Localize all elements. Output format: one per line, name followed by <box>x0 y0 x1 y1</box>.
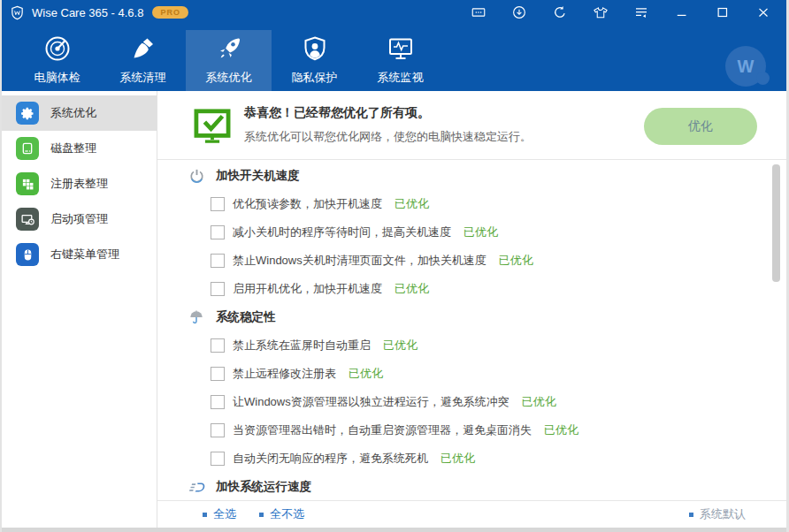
section-header: 加快开关机速度 <box>157 162 786 190</box>
select-all-link[interactable]: 全选 <box>203 506 236 522</box>
nav-tab-4[interactable]: 系统监视 <box>357 30 443 91</box>
menu-icon[interactable] <box>633 4 649 20</box>
nav-tab-3[interactable]: 隐私保护 <box>272 30 357 91</box>
bullet-icon <box>203 513 207 517</box>
sidebar-item-4[interactable]: 右键菜单管理 <box>2 237 157 272</box>
sidebar-item-0[interactable]: 系统优化 <box>2 95 157 131</box>
disk-icon <box>16 137 39 160</box>
window-bottom-edge <box>2 528 786 532</box>
broom-icon <box>129 34 157 64</box>
power-icon <box>187 168 206 185</box>
close-icon[interactable] <box>755 4 771 20</box>
speed-icon <box>187 481 206 494</box>
nav-tab-1[interactable]: 系统清理 <box>100 30 186 91</box>
sidebar: 系统优化 磁盘整理 注册表整理 启动项管理 右键菜单管理 <box>2 91 157 528</box>
item-checkbox[interactable] <box>211 452 225 466</box>
item-checkbox[interactable] <box>211 254 225 268</box>
pro-badge: PRO <box>152 6 188 19</box>
optimized-badge: 已优化 <box>440 451 475 467</box>
nav-tab-2[interactable]: 系统优化 <box>186 30 272 91</box>
top-nav: 电脑体检 系统清理 系统优化 隐私保护 系统监视 W <box>2 25 786 91</box>
list-footer: 全选 全不选 系统默认 <box>157 500 786 528</box>
main-panel: 恭喜您！已经帮您优化了所有项。 系统优化可以帮您优化网络，使您的电脑快速稳定运行… <box>157 91 786 528</box>
result-subtitle: 系统优化可以帮您优化网络，使您的电脑快速稳定运行。 <box>244 129 532 145</box>
item-checkbox[interactable] <box>211 282 225 296</box>
result-title: 恭喜您！已经帮您优化了所有项。 <box>244 105 532 121</box>
registry-grid-icon <box>16 172 39 195</box>
sidebar-item-3[interactable]: 启动项管理 <box>2 201 157 237</box>
nav-tab-0[interactable]: 电脑体检 <box>14 30 100 91</box>
tweak-item: 减小关机时的程序等待时间，提高关机速度 已优化 <box>157 218 786 247</box>
umbrella-icon <box>187 309 206 325</box>
wise-care-window: Wise Care 365 - 4.6.8 PRO 电脑体检 系统清理 系统优化… <box>0 0 789 532</box>
nav-tabs: 电脑体检 系统清理 系统优化 隐私保护 系统监视 <box>14 25 443 91</box>
optimized-badge: 已优化 <box>463 224 498 240</box>
maximize-icon[interactable] <box>715 4 731 20</box>
item-checkbox[interactable] <box>211 338 225 353</box>
sidebar-item-1[interactable]: 磁盘整理 <box>2 131 157 166</box>
section-header: 系统稳定性 <box>157 303 786 331</box>
result-header: 恭喜您！已经帮您优化了所有项。 系统优化可以帮您优化网络，使您的电脑快速稳定运行… <box>157 91 786 160</box>
section-header: 加快系统运行速度 <box>157 473 786 500</box>
item-checkbox[interactable] <box>211 225 225 239</box>
tweak-item: 当资源管理器出错时，自动重启资源管理器，避免桌面消失 已优化 <box>157 416 786 445</box>
item-checkbox[interactable] <box>211 367 225 381</box>
mouse-icon <box>16 243 39 266</box>
tweak-list: 加快开关机速度 优化预读参数，加快开机速度 已优化 减小关机时的程序等待时间，提… <box>157 160 786 500</box>
tweak-item: 禁止Windows关机时清理页面文件，加快关机速度 已优化 <box>157 247 786 275</box>
item-checkbox[interactable] <box>211 395 225 409</box>
refresh-icon[interactable] <box>552 4 568 20</box>
optimize-button[interactable]: 优化 <box>644 108 757 145</box>
account-avatar[interactable]: W <box>725 46 766 87</box>
sidebar-item-2[interactable]: 注册表整理 <box>2 166 157 201</box>
app-logo-shield-icon <box>10 5 25 20</box>
tweak-item: 启用开机优化，加快开机速度 已优化 <box>157 275 786 303</box>
optimized-badge: 已优化 <box>383 338 417 353</box>
titlebar: Wise Care 365 - 4.6.8 PRO <box>2 0 786 25</box>
optimized-badge: 已优化 <box>544 422 578 438</box>
bullet-icon <box>689 513 693 517</box>
bullet-icon <box>259 513 264 517</box>
item-checkbox[interactable] <box>211 197 225 211</box>
radar-icon <box>43 34 72 64</box>
startup-monitor-icon <box>16 208 39 231</box>
shield-person-icon <box>301 34 329 64</box>
gear-wrench-icon <box>16 102 39 125</box>
monitor-check-icon <box>193 108 232 143</box>
scrollbar-thumb[interactable] <box>772 164 780 282</box>
rocket-icon <box>214 34 244 64</box>
titlebar-actions <box>471 4 786 20</box>
tweak-item: 优化预读参数，加快开机速度 已优化 <box>157 190 786 218</box>
feedback-icon[interactable] <box>471 4 486 20</box>
theme-icon[interactable] <box>593 4 609 20</box>
optimized-badge: 已优化 <box>499 253 533 269</box>
optimized-badge: 已优化 <box>349 366 383 382</box>
tweak-item: 让Windows资源管理器以独立进程运行，避免系统冲突 已优化 <box>157 388 786 416</box>
optimized-badge: 已优化 <box>394 281 429 297</box>
tweak-item: 禁止系统在蓝屏时自动重启 已优化 <box>157 331 786 360</box>
select-none-link[interactable]: 全不选 <box>259 506 304 522</box>
monitor-pulse-icon <box>387 34 415 64</box>
window-title: Wise Care 365 - 4.6.8 <box>32 6 143 19</box>
optimized-badge: 已优化 <box>522 394 556 410</box>
item-checkbox[interactable] <box>211 423 225 437</box>
system-default-link[interactable]: 系统默认 <box>689 506 746 522</box>
tweak-item: 自动关闭无响应的程序，避免系统死机 已优化 <box>157 445 786 473</box>
tweak-item: 禁止远程修改注册表 已优化 <box>157 360 786 388</box>
optimized-badge: 已优化 <box>394 196 429 212</box>
update-icon[interactable] <box>511 4 527 20</box>
minimize-icon[interactable] <box>674 4 690 20</box>
